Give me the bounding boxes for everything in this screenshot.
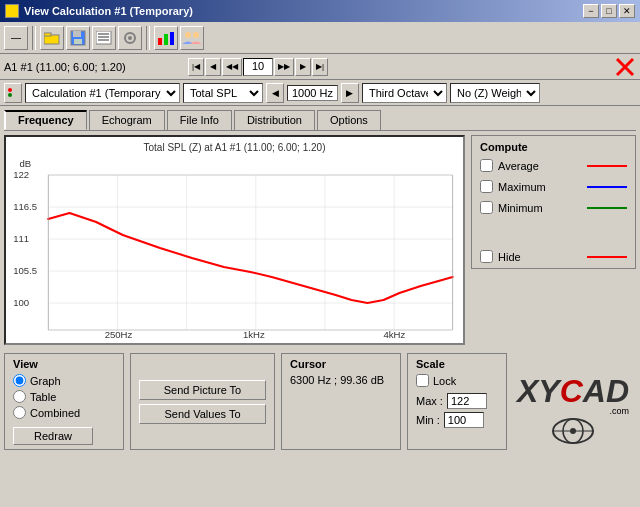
minimum-checkbox[interactable] (480, 201, 493, 214)
tab-fileinfo[interactable]: File Info (167, 110, 232, 130)
graph-radio[interactable] (13, 374, 26, 387)
tabs-row: Frequency Echogram File Info Distributio… (0, 106, 640, 130)
graph-radio-item: Graph (13, 374, 115, 387)
svg-rect-3 (73, 31, 81, 37)
svg-rect-4 (74, 39, 82, 44)
combined-label: Combined (30, 407, 80, 419)
minimum-color-line (587, 207, 627, 209)
nav-prev-button[interactable]: ◀ (205, 58, 221, 76)
compute-title: Compute (480, 141, 627, 153)
scale-max-input[interactable] (447, 393, 487, 409)
compute-box: Compute Average Maximum Minimum (471, 135, 636, 269)
frequency-curve (48, 213, 452, 303)
octave-select[interactable]: Third Octave (362, 83, 447, 103)
freq-right-button[interactable]: ▶ (341, 83, 359, 103)
svg-text:111: 111 (13, 234, 29, 244)
maximize-button[interactable]: □ (601, 4, 617, 18)
svg-point-15 (193, 32, 199, 38)
scale-min-label: Min : (416, 414, 440, 426)
toolbar-separator-1 (32, 26, 36, 50)
chart-button[interactable] (154, 26, 178, 50)
hide-label: Hide (498, 251, 582, 263)
spl-select[interactable]: Total SPL (183, 83, 263, 103)
freq-left-button[interactable]: ◀ (266, 83, 284, 103)
svg-rect-12 (164, 34, 168, 45)
folder-button[interactable] (40, 26, 64, 50)
hide-item: Hide (480, 250, 627, 263)
svg-text:116.5: 116.5 (13, 202, 37, 212)
svg-text:4kHz: 4kHz (383, 330, 405, 340)
minimize-button[interactable]: − (583, 4, 599, 18)
nav-arrows: |◀ ◀ ◀◀ 10 ▶▶ ▶ ▶| (188, 58, 328, 76)
graph-label: Graph (30, 375, 61, 387)
settings-button[interactable] (118, 26, 142, 50)
scale-title: Scale (416, 358, 498, 370)
table-radio[interactable] (13, 390, 26, 403)
maximum-checkbox[interactable] (480, 180, 493, 193)
send-picture-button[interactable]: Send Picture To (139, 380, 266, 400)
scale-lock-checkbox[interactable] (416, 374, 429, 387)
view-box: View Graph Table Combined Redraw (4, 353, 124, 450)
table-radio-item: Table (13, 390, 115, 403)
combined-radio[interactable] (13, 406, 26, 419)
hide-checkbox[interactable] (480, 250, 493, 263)
nav-first-button[interactable]: |◀ (188, 58, 204, 76)
scale-max-field: Max : (416, 393, 498, 409)
svg-rect-41 (48, 175, 452, 330)
dash-button[interactable]: — (4, 26, 28, 50)
y-label: dB (20, 159, 32, 169)
svg-point-18 (8, 88, 12, 92)
tab-distribution[interactable]: Distribution (234, 110, 315, 130)
close-button[interactable]: ✕ (619, 4, 635, 18)
average-color-line (587, 165, 627, 167)
svg-text:1kHz: 1kHz (243, 330, 265, 340)
title-bar: View Calculation #1 (Temporary) − □ ✕ (0, 0, 640, 22)
calc-select[interactable]: Calculation #1 (Temporary) (25, 83, 180, 103)
tab-options[interactable]: Options (317, 110, 381, 130)
xycad-logo-icon (548, 416, 598, 446)
traffic-light-button[interactable] (4, 83, 22, 103)
tab-frequency[interactable]: Frequency (4, 110, 87, 130)
svg-text:250Hz: 250Hz (105, 330, 133, 340)
scale-min-input[interactable] (444, 412, 484, 428)
cursor-title: Cursor (290, 358, 392, 370)
nav-row: A1 #1 (11.00; 6.00; 1.20) |◀ ◀ ◀◀ 10 ▶▶ … (0, 54, 640, 80)
nav-last-button[interactable]: ▶| (312, 58, 328, 76)
scale-max-label: Max : (416, 395, 443, 407)
scale-lock-item: Lock (416, 374, 498, 387)
table-label: Table (30, 391, 56, 403)
xycad-logo: XYCAD .com (513, 353, 637, 450)
nav-prev-fast-button[interactable]: ◀◀ (222, 58, 242, 76)
cursor-value: 6300 Hz ; 99.36 dB (290, 374, 392, 386)
window-title: View Calculation #1 (Temporary) (24, 5, 193, 17)
combined-radio-item: Combined (13, 406, 115, 419)
hide-color-line (587, 256, 627, 258)
nav-next-fast-button[interactable]: ▶▶ (274, 58, 294, 76)
app-icon (5, 4, 19, 18)
save-button[interactable] (66, 26, 90, 50)
nav-input[interactable]: 10 (243, 58, 273, 76)
svg-point-14 (185, 32, 191, 38)
main-content: Total SPL (Z) at A1 #1 (11.00; 6.00; 1.2… (0, 131, 640, 349)
right-panel: Compute Average Maximum Minimum (471, 135, 636, 345)
freq-display: 1000 Hz (287, 85, 338, 101)
svg-text:100: 100 (13, 298, 29, 308)
x-icon (614, 56, 636, 78)
chart-title: Total SPL (Z) at A1 #1 (11.00; 6.00; 1.2… (11, 142, 458, 153)
toolbar: — (0, 22, 640, 54)
weight-select[interactable]: No (Z) Weigh (450, 83, 540, 103)
svg-rect-11 (158, 38, 162, 45)
tab-echogram[interactable]: Echogram (89, 110, 165, 130)
chart-svg: dB 122 116.5 111 105.5 100 (11, 155, 458, 340)
average-checkbox[interactable] (480, 159, 493, 172)
nav-label: A1 #1 (11.00; 6.00; 1.20) (4, 61, 184, 73)
scale-lock-label: Lock (433, 375, 456, 387)
nav-next-button[interactable]: ▶ (295, 58, 311, 76)
send-values-button[interactable]: Send Values To (139, 404, 266, 424)
svg-point-19 (8, 93, 12, 97)
scale-box: Scale Lock Max : Min : (407, 353, 507, 450)
people-button[interactable] (180, 26, 204, 50)
average-item: Average (480, 159, 627, 172)
list-button[interactable] (92, 26, 116, 50)
redraw-button[interactable]: Redraw (13, 427, 93, 445)
